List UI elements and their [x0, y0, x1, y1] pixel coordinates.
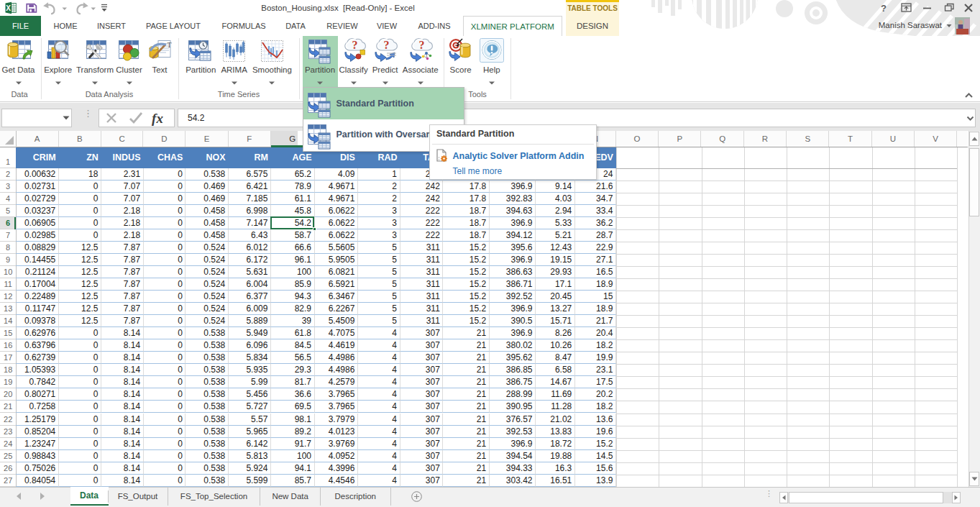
svg-text:?: ?	[419, 39, 425, 51]
svg-text:?: ?	[384, 39, 390, 51]
svg-text:fx: fx	[152, 111, 163, 126]
svg-text:X: X	[6, 4, 11, 12]
svg-text:?: ?	[881, 3, 887, 14]
svg-text:?: ?	[352, 39, 358, 51]
svg-text:T: T	[168, 41, 172, 49]
